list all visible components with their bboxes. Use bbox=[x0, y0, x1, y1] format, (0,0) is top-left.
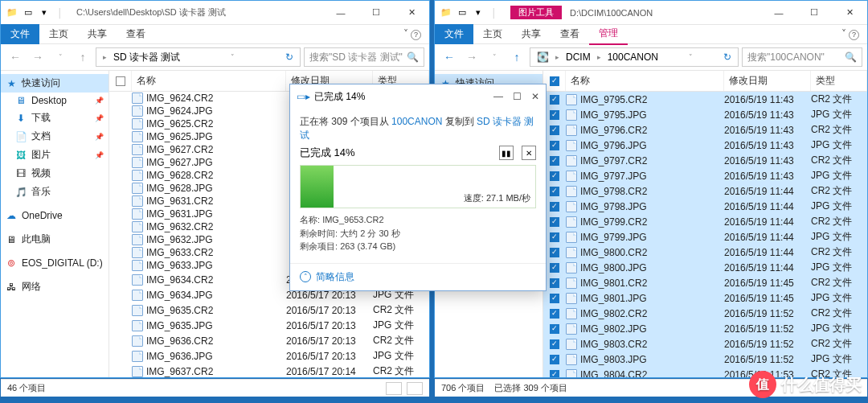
ribbon-tab-view[interactable]: 查看 bbox=[551, 24, 589, 44]
ribbon-expand-icon[interactable]: ˅ ? bbox=[833, 28, 867, 40]
table-row[interactable]: IMG_9802.CR2 2016/5/19 11:52 CR2 文件 bbox=[543, 306, 867, 321]
table-row[interactable]: IMG_9637.CR2 2016/5/17 20:14 CR2 文件 bbox=[109, 364, 429, 377]
nav-forward-button[interactable]: → bbox=[462, 47, 481, 67]
view-details-button[interactable] bbox=[386, 382, 402, 395]
row-checkbox[interactable] bbox=[550, 125, 559, 135]
table-row[interactable]: IMG_9796.CR2 2016/5/19 11:43 CR2 文件 bbox=[543, 122, 867, 138]
ribbon-tab-file[interactable]: 文件 bbox=[1, 24, 39, 44]
row-checkbox[interactable] bbox=[550, 187, 559, 196]
crumb-dropdown-icon[interactable]: ˅ bbox=[227, 53, 238, 61]
col-header-name[interactable]: 名称 bbox=[566, 71, 724, 91]
refresh-icon[interactable]: ↻ bbox=[720, 51, 735, 63]
table-row[interactable]: IMG_9800.CR2 2016/5/19 11:44 CR2 文件 bbox=[543, 245, 867, 260]
row-checkbox[interactable] bbox=[550, 156, 559, 166]
qat-dropdown-icon[interactable]: ▾ bbox=[38, 6, 51, 19]
minimize-button[interactable]: — bbox=[323, 2, 358, 24]
ribbon-tab-share[interactable]: 共享 bbox=[78, 24, 117, 44]
ribbon-tab-manage[interactable]: 管理 bbox=[589, 23, 628, 45]
search-input[interactable]: 搜索"SD 读卡器 测试"🔍 bbox=[304, 47, 424, 67]
col-header-name[interactable]: 名称 bbox=[132, 71, 286, 91]
breadcrumb-item[interactable]: 100CANON bbox=[604, 51, 661, 63]
nav-this-pc[interactable]: 🖥此电脑 bbox=[1, 230, 108, 249]
row-checkbox[interactable] bbox=[550, 278, 559, 288]
nav-back-button[interactable]: ← bbox=[6, 47, 25, 67]
row-checkbox[interactable] bbox=[550, 309, 559, 319]
file-list[interactable]: IMG_9795.CR2 2016/5/19 11:43 CR2 文件 IMG_… bbox=[543, 92, 867, 377]
nav-back-button[interactable]: ← bbox=[440, 47, 459, 67]
maximize-button[interactable]: ☐ bbox=[513, 91, 522, 102]
table-row[interactable]: IMG_9795.JPG 2016/5/19 11:43 JPG 文件 bbox=[543, 107, 867, 122]
nav-item[interactable]: 🖼图片📌 bbox=[1, 146, 108, 164]
row-checkbox[interactable] bbox=[550, 202, 559, 212]
picture-tools-tab[interactable]: 图片工具 bbox=[510, 6, 562, 19]
table-row[interactable]: IMG_9799.CR2 2016/5/19 11:44 CR2 文件 bbox=[543, 214, 867, 229]
table-row[interactable]: IMG_9800.JPG 2016/5/19 11:44 JPG 文件 bbox=[543, 260, 867, 275]
nav-quick-access[interactable]: ★快速访问 bbox=[1, 74, 108, 93]
row-checkbox[interactable] bbox=[550, 171, 559, 181]
refresh-icon[interactable]: ↻ bbox=[282, 51, 297, 63]
search-input[interactable]: 搜索"100CANON"🔍 bbox=[742, 47, 862, 67]
pause-button[interactable]: ▮▮ bbox=[499, 146, 514, 160]
table-row[interactable]: IMG_9635.CR2 2016/5/17 20:13 CR2 文件 bbox=[109, 302, 429, 318]
nav-up-button[interactable]: ↑ bbox=[507, 47, 526, 67]
breadcrumb-item[interactable]: SD 读卡器 测试 bbox=[110, 51, 183, 64]
close-button[interactable]: ✕ bbox=[394, 2, 429, 24]
close-button[interactable]: ✕ bbox=[531, 91, 539, 102]
nav-recent-button[interactable]: ˅ bbox=[51, 47, 70, 67]
table-row[interactable]: IMG_9801.JPG 2016/5/19 11:45 JPG 文件 bbox=[543, 290, 867, 306]
table-row[interactable]: IMG_9636.JPG 2016/5/17 20:13 JPG 文件 bbox=[109, 348, 429, 364]
table-row[interactable]: IMG_9798.CR2 2016/5/19 11:44 CR2 文件 bbox=[543, 183, 867, 199]
qat-props-icon[interactable]: ▭ bbox=[22, 6, 35, 19]
row-checkbox[interactable] bbox=[550, 339, 559, 349]
table-row[interactable]: IMG_9636.CR2 2016/5/17 20:13 CR2 文件 bbox=[109, 333, 429, 348]
chevron-right-icon[interactable]: ▸ bbox=[552, 53, 563, 61]
row-checkbox[interactable] bbox=[550, 294, 559, 303]
table-row[interactable]: IMG_9797.CR2 2016/5/19 11:43 CR2 文件 bbox=[543, 153, 867, 168]
nav-network[interactable]: 🖧网络 bbox=[1, 278, 108, 296]
table-row[interactable]: IMG_9799.JPG 2016/5/19 11:44 JPG 文件 bbox=[543, 229, 867, 245]
table-row[interactable]: IMG_9635.JPG 2016/5/17 20:13 JPG 文件 bbox=[109, 318, 429, 333]
ribbon-expand-icon[interactable]: ˅ ? bbox=[395, 28, 429, 40]
select-all-checkbox[interactable] bbox=[543, 71, 566, 91]
qat-dropdown-icon[interactable]: ▾ bbox=[472, 6, 485, 19]
table-row[interactable]: IMG_9797.JPG 2016/5/19 11:43 JPG 文件 bbox=[543, 168, 867, 183]
maximize-button[interactable]: ☐ bbox=[358, 2, 394, 24]
row-checkbox[interactable] bbox=[550, 95, 559, 105]
table-row[interactable]: IMG_9802.JPG 2016/5/19 11:52 JPG 文件 bbox=[543, 321, 867, 336]
fewer-details-button[interactable]: ˄ 简略信息 bbox=[290, 263, 546, 290]
close-button[interactable]: ✕ bbox=[832, 2, 867, 24]
nav-recent-button[interactable]: ˅ bbox=[485, 47, 504, 67]
ribbon-tab-file[interactable]: 文件 bbox=[435, 24, 473, 44]
col-header-date[interactable]: 修改日期 bbox=[724, 71, 811, 91]
row-checkbox[interactable] bbox=[550, 232, 559, 242]
ribbon-tab-home[interactable]: 主页 bbox=[473, 24, 512, 44]
breadcrumb-item[interactable]: DCIM bbox=[563, 51, 594, 63]
table-row[interactable]: IMG_9798.JPG 2016/5/19 11:44 JPG 文件 bbox=[543, 199, 867, 214]
minimize-button[interactable]: — bbox=[493, 91, 503, 102]
nav-item[interactable]: 🎞视频 bbox=[1, 164, 108, 183]
view-thumb-button[interactable] bbox=[407, 382, 423, 395]
row-checkbox[interactable] bbox=[550, 110, 559, 120]
select-all-checkbox[interactable] bbox=[109, 71, 132, 91]
crumb-dropdown-icon[interactable]: ˅ bbox=[686, 53, 696, 61]
row-checkbox[interactable] bbox=[550, 324, 559, 334]
source-link[interactable]: 100CANON bbox=[391, 116, 442, 127]
chevron-right-icon[interactable]: ▸ bbox=[100, 53, 110, 61]
table-row[interactable]: IMG_9795.CR2 2016/5/19 11:43 CR2 文件 bbox=[543, 92, 867, 107]
nav-item[interactable]: 📄文档📌 bbox=[1, 127, 108, 146]
nav-item[interactable]: 🖥Desktop📌 bbox=[1, 93, 108, 109]
nav-eos-drive[interactable]: ⊚EOS_DIGITAL (D:) bbox=[1, 255, 108, 271]
ribbon-tab-home[interactable]: 主页 bbox=[39, 24, 78, 44]
table-row[interactable]: IMG_9796.JPG 2016/5/19 11:43 JPG 文件 bbox=[543, 138, 867, 153]
table-row[interactable]: IMG_9801.CR2 2016/5/19 11:45 CR2 文件 bbox=[543, 275, 867, 290]
nav-item[interactable]: ⬇下载📌 bbox=[1, 109, 108, 127]
cancel-button[interactable]: ✕ bbox=[522, 146, 536, 160]
ribbon-tab-share[interactable]: 共享 bbox=[512, 24, 551, 44]
row-checkbox[interactable] bbox=[550, 141, 559, 150]
table-row[interactable]: IMG_9803.JPG 2016/5/19 11:52 JPG 文件 bbox=[543, 352, 867, 367]
row-checkbox[interactable] bbox=[550, 248, 559, 257]
chevron-right-icon[interactable]: ▸ bbox=[594, 53, 604, 61]
nav-item[interactable]: 🎵音乐 bbox=[1, 183, 108, 201]
nav-onedrive[interactable]: ☁OneDrive bbox=[1, 208, 108, 224]
row-checkbox[interactable] bbox=[550, 370, 559, 378]
